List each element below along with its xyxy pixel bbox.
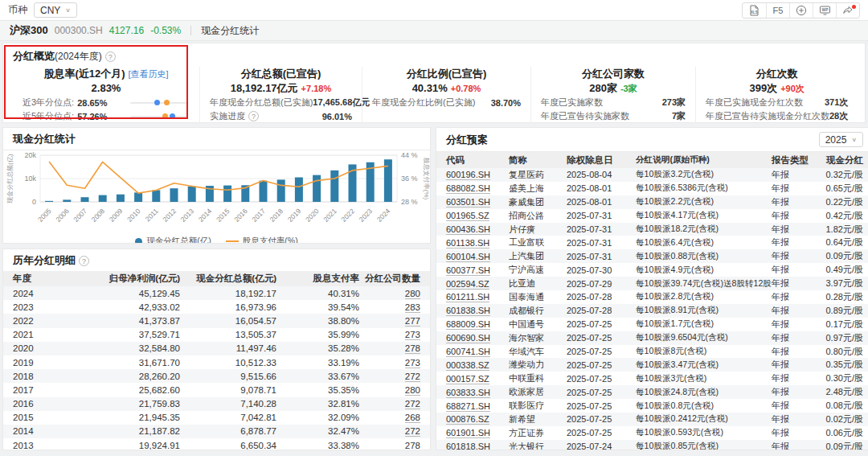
currency-select[interactable]: CNY ∨ (34, 2, 77, 18)
table-row[interactable]: 688082.SH盛美上海2025-08-01每10股派6.5386元(含税)年… (436, 182, 868, 195)
table-row[interactable]: 202137,529.7113,505.3735.99%273 (3, 328, 430, 342)
table-row[interactable]: 002594.SZ比亚迪2025-07-29每10股派39.74元(含税)送8股… (436, 277, 868, 290)
company-count-link[interactable]: 278 (405, 343, 420, 354)
stock-code-link[interactable]: 000157.SZ (446, 374, 489, 384)
history-table: 年度归母净利润(亿元)现金分红总额(亿元)股息支付率分红公司数量202445,1… (3, 271, 430, 450)
table-row[interactable]: 600690.SH海尔智家2025-07-25每10股派9.6504元(含税)年… (436, 331, 868, 345)
table-row[interactable]: 688271.SH联影医疗2025-07-25每10股派0.8元(含税)年报0.… (436, 399, 868, 413)
stock-code-link[interactable]: 688082.SH (446, 183, 490, 194)
stock-code-link[interactable]: 603501.SH (446, 197, 490, 207)
cell: 2019 (13, 358, 61, 368)
table-row[interactable]: 001965.SZ招商公路2025-07-31每10股派4.17元(含税)年报0… (436, 209, 868, 223)
table-row[interactable]: 601211.SH国泰海通2025-07-28每10股派2.8元(含税)年报0.… (436, 290, 868, 304)
table-row[interactable]: 600196.SH复星医药2025-08-04每10股派3.2元(含税)年报0.… (436, 168, 868, 182)
cell: 年报 (772, 183, 813, 195)
company-count-link[interactable]: 272 (405, 372, 420, 382)
table-row[interactable]: 201421,187.826,878.7732.47%272 (3, 425, 430, 438)
company-count-link[interactable]: 283 (405, 302, 420, 313)
help-icon[interactable] (105, 51, 116, 62)
bar (277, 179, 285, 202)
table-row[interactable]: 201521,945.357,042.8132.09%268 (3, 411, 430, 425)
percentile-track[interactable] (130, 102, 188, 104)
view-history-link[interactable]: [查看历史] (129, 69, 169, 79)
percentile-track[interactable] (130, 116, 188, 117)
cell: 41,373.87 (61, 316, 180, 326)
year-select[interactable]: 2025 ∨ (819, 132, 863, 147)
tab-cash-dividend-stats[interactable]: 现金分红统计 (201, 24, 259, 38)
company-count-link[interactable]: 277 (405, 316, 420, 327)
company-count-link[interactable]: 268 (405, 413, 420, 423)
stock-code-link[interactable]: 600196.SH (446, 170, 490, 180)
table-row[interactable]: 600436.SH片仔癀2025-07-31每10股派18.2元(含税)年报1.… (436, 223, 868, 236)
table-row[interactable]: 688009.SH中国通号2025-07-25每10股派1.7元(含税)年报0.… (436, 318, 868, 331)
stock-code-link[interactable]: 001965.SZ (446, 211, 489, 221)
cell: 32,584.80 (61, 343, 180, 353)
stock-code-link[interactable]: 688271.SH (446, 401, 490, 412)
stock-code-link[interactable]: 600436.SH (446, 224, 490, 235)
stock-code-link[interactable]: 601838.SH (446, 306, 490, 316)
table-row[interactable]: 201621,759.837,140.2832.81%272 (3, 397, 430, 411)
table-row[interactable]: 201828,260.209,515.6633.67%272 (3, 369, 430, 383)
stock-code-link[interactable]: 600690.SH (446, 333, 490, 343)
cell: 方正证券 (509, 427, 567, 439)
table-row[interactable]: 201931,671.7010,512.3333.19%273 (3, 355, 430, 369)
legend-item-bars[interactable]: 现金分红总额(亿) (135, 236, 211, 244)
stock-code-link[interactable]: 600377.SH (446, 265, 490, 276)
table-row[interactable]: 603501.SH豪威集团2025-08-01每10股派2.2元(含税)年报0.… (436, 195, 868, 209)
cell: 280 (359, 385, 420, 395)
stock-code-link[interactable]: 000876.SZ (446, 414, 489, 425)
wp-button[interactable]: WP (813, 3, 836, 18)
export-xls-button[interactable]: XLS (743, 3, 766, 18)
table-row[interactable]: 603833.SH欧派家居2025-07-25每10股派24.8元(含税)年报2… (436, 385, 868, 399)
company-count-link[interactable]: 280 (405, 289, 420, 299)
table-row[interactable]: 601138.SH工业富联2025-07-31每10股派6.4元(含税)年报0.… (436, 236, 868, 249)
table-row[interactable]: 600377.SH宁沪高速2025-07-30每10股派4.9元(含税)年报0.… (436, 263, 868, 277)
cell: 年报 (772, 346, 813, 358)
stock-code-link[interactable]: 601138.SH (446, 238, 489, 249)
table-row[interactable]: 202032,584.8011,497.4635.28%278 (3, 342, 430, 355)
table-row[interactable]: 201725,682.609,078.7135.35%280 (3, 383, 430, 396)
company-count-link[interactable]: 273 (405, 330, 420, 340)
percentile-label: 近5年分位点: (23, 110, 74, 122)
table-row[interactable]: 201319,924.916,650.3433.38%278 (3, 438, 430, 450)
stock-code-link[interactable]: 601901.SH (446, 428, 490, 438)
company-count-link[interactable]: 280 (405, 385, 420, 396)
bar (134, 192, 142, 202)
toolbar-icon-group: XLS F5 WP (742, 2, 860, 18)
table-row[interactable]: 202445,129.4518,192.1740.31%280 (3, 286, 430, 300)
share-button[interactable] (836, 3, 859, 18)
refresh-f5-button[interactable]: F5 (766, 3, 789, 18)
stock-code-link[interactable]: 601818.SH (446, 442, 490, 450)
cell: 0.97元/股 (813, 332, 863, 344)
company-count-link[interactable]: 272 (405, 426, 420, 437)
table-row[interactable]: 601901.SH方正证券2025-07-25每10股派0.593元(含税)年报… (436, 426, 868, 440)
table-row[interactable]: 601818.SH光大银行2025-07-24每10股派0.85元(含税)年报0… (436, 440, 868, 450)
stock-code-link[interactable]: 000338.SZ (446, 360, 489, 371)
table-row[interactable]: 000157.SZ中联重科2025-07-25每10股派3元(含税)年报0.30… (436, 372, 868, 385)
legend-item-line[interactable]: 股息支付率(%) (226, 236, 298, 244)
chevron-down-icon: ∨ (851, 137, 857, 143)
stat-sub-label: 年度已实施现金分红次数 (706, 97, 803, 109)
table-row[interactable]: 000876.SZ新希望2025-07-25每10股派0.2412元(含税)年报… (436, 413, 868, 426)
stock-code-link[interactable]: 601211.SH (446, 292, 489, 302)
table-row[interactable]: 202241,373.8716,054.5738.80%277 (3, 314, 430, 327)
cell: 13,505.37 (180, 330, 276, 339)
help-icon[interactable] (248, 111, 259, 121)
stock-code-link[interactable]: 600104.SH (446, 252, 490, 262)
company-count-link[interactable]: 273 (405, 358, 420, 368)
add-button[interactable] (789, 3, 813, 18)
stock-code-link[interactable]: 002594.SZ (446, 279, 489, 290)
cash-dividend-chart-panel: 现金分红统计 028 %10k36 %20k44 %现金分红总额(亿)股息支付率… (2, 127, 431, 244)
table-row[interactable]: 202342,933.0216,973.9639.54%283 (3, 300, 430, 314)
table-row[interactable]: 601838.SH成都银行2025-07-28每10股派8.91元(含税)年报0… (436, 304, 868, 318)
dividend-bar-line-chart[interactable]: 028 %10k36 %20k44 %现金分红总额(亿)股息支付率(%)2005… (3, 150, 430, 232)
stock-code-link[interactable]: 600741.SH (446, 347, 490, 357)
company-count-link[interactable]: 278 (405, 441, 420, 450)
stock-code-link[interactable]: 603833.SH (446, 388, 490, 398)
stock-code-link[interactable]: 688009.SH (446, 319, 490, 330)
table-row[interactable]: 000338.SZ潍柴动力2025-07-25每10股派3.47元(含税)年报0… (436, 358, 868, 372)
table-row[interactable]: 600104.SH上汽集团2025-07-31每10股派0.88元(含税)年报0… (436, 249, 868, 263)
company-count-link[interactable]: 272 (405, 399, 420, 409)
table-row[interactable]: 600741.SH华域汽车2025-07-25每10股派8元(含税)年报0.80… (436, 345, 868, 359)
help-icon[interactable] (79, 256, 89, 266)
